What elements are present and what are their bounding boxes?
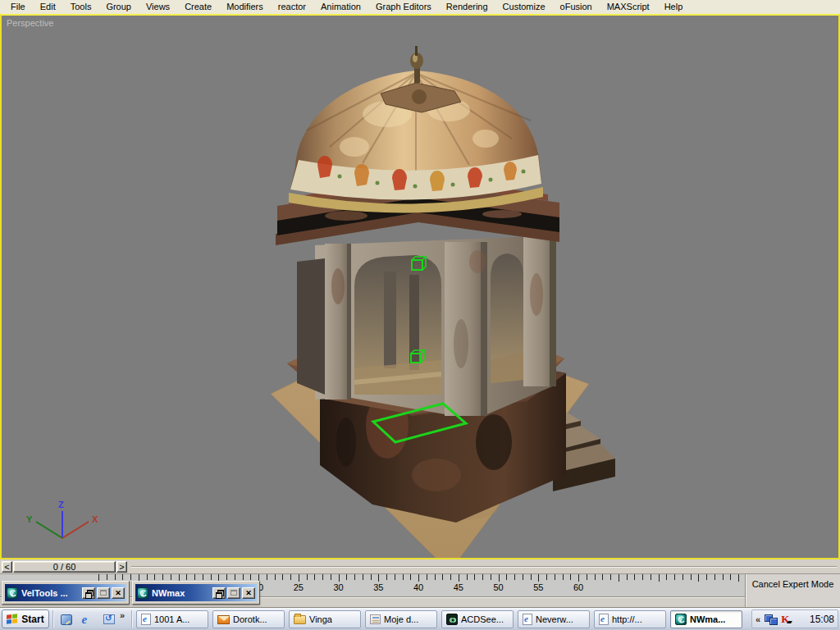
- axis-tripod: Z X Y: [26, 500, 98, 538]
- close-button[interactable]: ✕: [242, 587, 255, 599]
- viewport-label[interactable]: Perspective: [7, 18, 53, 28]
- taskbar-button-1001-a[interactable]: 1001 A...: [136, 610, 208, 628]
- menu-item-reactor[interactable]: reactor: [271, 1, 313, 13]
- kaspersky-icon[interactable]: [781, 614, 792, 624]
- ruler-tick: [698, 574, 699, 582]
- ruler-tick: [235, 574, 235, 580]
- frame-label: 25: [294, 582, 304, 592]
- frame-label: 50: [493, 582, 503, 592]
- ruler-tick: [602, 574, 603, 580]
- frame-label: 45: [454, 582, 463, 592]
- frame-label: 40: [413, 582, 423, 592]
- ruler-tick: [378, 574, 379, 582]
- time-slider[interactable]: 0 / 60: [13, 561, 116, 573]
- ruler-tick: [250, 574, 251, 580]
- ruler-tick: [523, 574, 523, 580]
- menu-item-rendering[interactable]: Rendering: [439, 1, 495, 13]
- frame-label: 55: [533, 582, 543, 592]
- menu-item-create[interactable]: Create: [177, 1, 219, 13]
- start-button[interactable]: Start: [2, 609, 49, 628]
- taskbar-button-neverw[interactable]: Neverw...: [518, 610, 590, 628]
- nwmax-titlebar[interactable]: NWmax ✕: [135, 584, 257, 601]
- perspective-viewport[interactable]: Perspective: [0, 14, 840, 559]
- show-desktop-icon[interactable]: [59, 612, 74, 627]
- ruler-tick: [354, 574, 355, 580]
- taskbar-button-label: NWma...: [690, 614, 725, 624]
- time-slider-track[interactable]: [131, 566, 837, 568]
- veltools-titlebar[interactable]: VelTools ... ✕: [5, 584, 126, 601]
- ruler-tick: [642, 574, 643, 580]
- taskbar-button-label: Dorotk...: [233, 614, 267, 624]
- taskbar-button-label: Moje d...: [384, 614, 418, 624]
- ruler-tick: [659, 574, 660, 582]
- axis-z-label: Z: [58, 500, 64, 509]
- ruler-tick: [499, 574, 500, 582]
- ruler-tick: [482, 574, 483, 580]
- menu-item-file[interactable]: File: [3, 1, 33, 13]
- ruler-tick: [531, 574, 532, 580]
- taskbar-separator: [52, 610, 53, 628]
- ruler-tick: [714, 574, 715, 580]
- system-tray: « 15:08: [751, 609, 838, 628]
- menu-item-animation[interactable]: Animation: [313, 1, 368, 13]
- taskbar-button-vinga[interactable]: Vinga: [289, 610, 361, 628]
- menu-item-edit[interactable]: Edit: [33, 1, 63, 13]
- frame-label: 60: [573, 582, 583, 592]
- mail-icon: [217, 615, 230, 624]
- maximize-button[interactable]: [227, 587, 240, 599]
- veltools-window[interactable]: VelTools ... ✕: [2, 581, 130, 605]
- close-button[interactable]: ✕: [112, 587, 125, 599]
- taskbar-button-nwma[interactable]: NWma...: [670, 610, 742, 628]
- taskbar-button-acdsee[interactable]: ACDSee...: [441, 610, 514, 628]
- nwmax-window[interactable]: NWmax ✕: [132, 581, 260, 605]
- taskbar-button-dorotk[interactable]: Dorotk...: [212, 610, 285, 628]
- ruler-tick: [290, 574, 291, 580]
- ruler-tick: [427, 574, 427, 580]
- previous-frame-button[interactable]: <: [2, 561, 12, 573]
- menu-item-modifiers[interactable]: Modifiers: [219, 1, 271, 13]
- ruler-tick: [282, 574, 283, 580]
- ruler-tick: [147, 574, 148, 580]
- ruler-tick: [691, 574, 692, 580]
- internet-explorer-icon[interactable]: e: [80, 612, 95, 627]
- ruler-tick: [682, 574, 683, 580]
- ruler-tick: [226, 574, 227, 580]
- menu-item-maxscript[interactable]: MAXScript: [600, 1, 657, 13]
- taskbar-separator: [131, 610, 132, 628]
- ruler-tick: [307, 574, 308, 580]
- window-title: NWmax: [152, 588, 211, 598]
- ruler-tick: [363, 574, 363, 580]
- network-icon[interactable]: [765, 614, 777, 624]
- outlook-express-icon[interactable]: [102, 612, 116, 627]
- menu-item-group[interactable]: Group: [98, 1, 139, 13]
- taskbar-button-moje-d[interactable]: Moje d...: [365, 610, 437, 628]
- menu-item-help[interactable]: Help: [657, 1, 691, 13]
- menu-item-tools[interactable]: Tools: [63, 1, 99, 13]
- tray-clock[interactable]: 15:08: [810, 614, 834, 625]
- quick-launch-overflow-chevron[interactable]: »: [120, 610, 125, 620]
- colonnade: [297, 235, 556, 416]
- cancel-expert-mode-button[interactable]: Cancel Expert Mode: [745, 574, 840, 607]
- nwmax-icon: [7, 587, 18, 599]
- nwmax-icon: [137, 587, 148, 599]
- ruler-tick: [346, 574, 347, 580]
- ruler-tick: [107, 574, 107, 580]
- ruler-tick: [587, 574, 587, 580]
- ruler-tick: [706, 574, 707, 580]
- ruler-tick: [619, 574, 619, 582]
- taskbar-button-http[interactable]: http://...: [594, 610, 666, 628]
- menu-item-ofusion[interactable]: oFusion: [553, 1, 600, 13]
- restore-button[interactable]: [212, 587, 226, 599]
- axis-y-label: Y: [26, 514, 33, 524]
- ruler-tick: [267, 574, 267, 580]
- menu-item-views[interactable]: Views: [139, 1, 177, 13]
- restore-button[interactable]: [82, 587, 95, 599]
- tray-collapse-chevron[interactable]: «: [756, 614, 760, 624]
- next-frame-button[interactable]: >: [116, 561, 127, 573]
- menu-item-graph-editors[interactable]: Graph Editors: [368, 1, 439, 13]
- menu-item-customize[interactable]: Customize: [495, 1, 553, 13]
- maximize-button[interactable]: [97, 587, 110, 599]
- ruler-tick: [299, 574, 299, 582]
- ruler-tick: [186, 574, 187, 580]
- ruler-tick: [339, 574, 340, 582]
